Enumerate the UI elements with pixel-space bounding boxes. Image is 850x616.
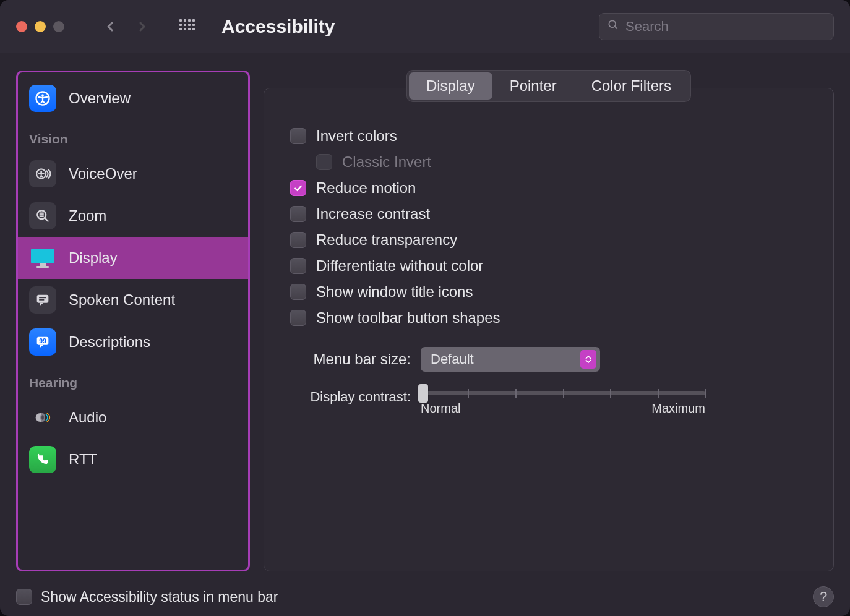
select-value: Default: [431, 351, 474, 367]
option-window-title-icons[interactable]: Show window title icons: [290, 279, 807, 305]
option-reduce-motion[interactable]: Reduce motion: [290, 175, 807, 201]
option-label: Increase contrast: [316, 205, 430, 223]
option-label: Reduce transparency: [316, 231, 457, 249]
sidebar-item-voiceover[interactable]: VoiceOver: [18, 153, 248, 195]
svg-line-7: [45, 218, 49, 222]
option-label: Reduce motion: [316, 179, 416, 197]
sidebar-item-rtt[interactable]: RTT: [18, 438, 248, 481]
slider-min-label: Normal: [421, 401, 460, 416]
checkbox-toolbar-shapes[interactable]: [290, 310, 306, 326]
option-label: Show toolbar button shapes: [316, 309, 500, 327]
sidebar-item-label: Zoom: [69, 207, 106, 225]
sidebar-item-audio[interactable]: Audio: [18, 396, 248, 438]
checkbox-show-status-menubar[interactable]: [16, 589, 32, 605]
option-toolbar-shapes[interactable]: Show toolbar button shapes: [290, 305, 807, 331]
menu-bar-size-select[interactable]: Default: [421, 347, 600, 372]
sidebar-item-label: RTT: [69, 451, 97, 468]
display-icon: [29, 244, 56, 272]
sidebar-section-header-hearing: Hearing: [18, 363, 248, 396]
option-label: Show window title icons: [316, 283, 473, 301]
accessibility-icon: [29, 85, 56, 112]
minimize-window-button[interactable]: [35, 21, 46, 32]
spoken-content-icon: [29, 286, 56, 314]
zoom-icon: [29, 202, 56, 229]
tab-color-filters[interactable]: Color Filters: [574, 72, 689, 100]
svg-point-5: [40, 171, 42, 173]
help-button[interactable]: ?: [813, 586, 834, 607]
zoom-window-button[interactable]: [53, 21, 64, 32]
checkbox-classic-invert: [316, 154, 332, 170]
option-label: Invert colors: [316, 127, 397, 145]
display-contrast-slider[interactable]: Normal Maximum: [421, 388, 705, 416]
option-reduce-transparency[interactable]: Reduce transparency: [290, 227, 807, 253]
menu-bar-size-row: Menu bar size: Default: [290, 347, 807, 372]
svg-rect-13: [36, 266, 49, 268]
sidebar-item-descriptions[interactable]: 99 Descriptions: [18, 321, 248, 363]
tab-display[interactable]: Display: [409, 72, 492, 100]
sidebar-item-label: Audio: [69, 409, 106, 426]
svg-point-3: [41, 94, 44, 96]
display-contrast-row: Display contrast:: [290, 388, 807, 416]
search-input[interactable]: [625, 19, 826, 35]
titlebar: Accessibility: [0, 0, 850, 53]
checkbox-invert-colors[interactable]: [290, 128, 306, 144]
sidebar-item-label: Display: [69, 249, 118, 267]
checkbox-reduce-motion[interactable]: [290, 180, 306, 196]
select-stepper-icon: [580, 350, 596, 369]
help-icon: ?: [820, 589, 827, 605]
nav-arrows: [103, 19, 150, 34]
footer: Show Accessibility status in menu bar ?: [0, 583, 850, 616]
option-classic-invert: Classic Invert: [316, 149, 807, 175]
menu-bar-size-label: Menu bar size:: [290, 351, 411, 368]
footer-label: Show Accessibility status in menu bar: [41, 589, 278, 605]
svg-point-0: [609, 20, 616, 27]
accessibility-window: Accessibility Overview Vision: [0, 0, 850, 616]
svg-line-1: [615, 26, 617, 28]
svg-point-21: [41, 415, 44, 420]
checkbox-window-title-icons[interactable]: [290, 284, 306, 300]
window-title: Accessibility: [221, 16, 335, 37]
display-contrast-label: Display contrast:: [290, 388, 411, 405]
svg-rect-14: [37, 295, 49, 303]
sidebar-item-label: Spoken Content: [69, 291, 175, 309]
option-label: Differentiate without color: [316, 257, 483, 275]
slider-max-label: Maximum: [651, 401, 705, 416]
forward-button[interactable]: [135, 19, 150, 34]
close-window-button[interactable]: [16, 21, 27, 32]
svg-rect-11: [31, 249, 54, 263]
sidebar-item-display[interactable]: Display: [18, 237, 248, 279]
option-differentiate-color[interactable]: Differentiate without color: [290, 253, 807, 279]
show-all-prefs-button[interactable]: [179, 19, 194, 34]
checkbox-reduce-transparency[interactable]: [290, 232, 306, 248]
audio-icon: [29, 404, 56, 431]
option-label: Classic Invert: [342, 153, 431, 171]
sidebar-section-header-vision: Vision: [18, 119, 248, 153]
svg-text:99: 99: [39, 337, 46, 344]
traffic-lights: [16, 21, 64, 32]
tab-bar: Display Pointer Color Filters: [407, 71, 690, 101]
sidebar-item-spoken-content[interactable]: Spoken Content: [18, 279, 248, 321]
tab-pointer[interactable]: Pointer: [492, 72, 574, 100]
sidebar-item-label: Descriptions: [69, 333, 150, 351]
back-button[interactable]: [103, 19, 118, 34]
sidebar-item-label: Overview: [69, 90, 131, 107]
checkbox-increase-contrast[interactable]: [290, 206, 306, 222]
svg-rect-16: [39, 299, 44, 301]
svg-rect-12: [40, 263, 46, 266]
display-options-panel: Invert colors Classic Invert Reduce moti…: [264, 88, 834, 571]
main-panel: Display Pointer Color Filters Invert col…: [264, 71, 834, 571]
option-increase-contrast[interactable]: Increase contrast: [290, 201, 807, 227]
checkbox-differentiate-color[interactable]: [290, 258, 306, 274]
search-icon: [607, 19, 619, 35]
sidebar-item-label: VoiceOver: [69, 165, 137, 182]
option-invert-colors[interactable]: Invert colors: [290, 123, 807, 149]
sidebar-item-overview[interactable]: Overview: [18, 72, 248, 119]
svg-rect-15: [39, 297, 46, 298]
search-field[interactable]: [599, 13, 834, 40]
sidebar-item-zoom[interactable]: Zoom: [18, 195, 248, 237]
rtt-icon: [29, 446, 56, 473]
sidebar: Overview Vision VoiceOver Zoom: [16, 71, 250, 571]
voiceover-icon: [29, 160, 56, 187]
descriptions-icon: 99: [29, 328, 56, 356]
slider-thumb[interactable]: [418, 384, 428, 403]
